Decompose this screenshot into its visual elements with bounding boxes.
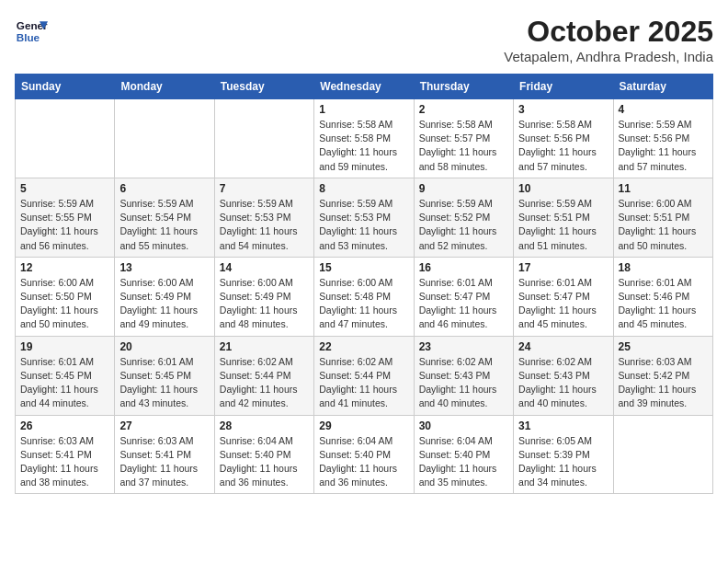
day-number: 22 xyxy=(319,340,408,353)
day-info: Sunrise: 6:01 AM Sunset: 5:46 PM Dayligh… xyxy=(619,276,708,332)
day-number: 21 xyxy=(220,340,309,353)
day-cell: 15Sunrise: 6:00 AM Sunset: 5:48 PM Dayli… xyxy=(314,257,414,336)
day-info: Sunrise: 6:00 AM Sunset: 5:51 PM Dayligh… xyxy=(619,197,708,253)
day-info: Sunrise: 6:04 AM Sunset: 5:40 PM Dayligh… xyxy=(319,434,408,490)
day-number: 11 xyxy=(619,182,708,195)
day-number: 26 xyxy=(20,419,109,432)
day-cell: 28Sunrise: 6:04 AM Sunset: 5:40 PM Dayli… xyxy=(214,415,313,494)
day-info: Sunrise: 6:02 AM Sunset: 5:43 PM Dayligh… xyxy=(419,355,508,411)
day-cell: 11Sunrise: 6:00 AM Sunset: 5:51 PM Dayli… xyxy=(613,178,712,257)
day-cell: 27Sunrise: 6:03 AM Sunset: 5:41 PM Dayli… xyxy=(115,415,214,494)
day-info: Sunrise: 6:00 AM Sunset: 5:49 PM Dayligh… xyxy=(119,276,209,332)
day-number: 2 xyxy=(419,103,508,116)
day-info: Sunrise: 5:58 AM Sunset: 5:58 PM Dayligh… xyxy=(319,118,408,174)
day-info: Sunrise: 5:58 AM Sunset: 5:57 PM Dayligh… xyxy=(419,118,508,174)
day-info: Sunrise: 6:03 AM Sunset: 5:41 PM Dayligh… xyxy=(20,434,109,490)
weekday-header-friday: Friday xyxy=(514,75,613,99)
day-cell: 5Sunrise: 5:59 AM Sunset: 5:55 PM Daylig… xyxy=(16,178,115,257)
day-cell: 25Sunrise: 6:03 AM Sunset: 5:42 PM Dayli… xyxy=(613,336,712,415)
day-info: Sunrise: 5:59 AM Sunset: 5:53 PM Dayligh… xyxy=(319,197,408,253)
day-info: Sunrise: 5:59 AM Sunset: 5:53 PM Dayligh… xyxy=(220,197,309,253)
day-number: 1 xyxy=(319,103,408,116)
day-info: Sunrise: 6:01 AM Sunset: 5:47 PM Dayligh… xyxy=(419,276,508,332)
day-number: 17 xyxy=(518,261,608,274)
day-cell: 21Sunrise: 6:02 AM Sunset: 5:44 PM Dayli… xyxy=(214,336,313,415)
day-number: 25 xyxy=(619,340,708,353)
day-number: 10 xyxy=(518,182,608,195)
day-info: Sunrise: 5:59 AM Sunset: 5:55 PM Dayligh… xyxy=(20,197,109,253)
day-cell: 16Sunrise: 6:01 AM Sunset: 5:47 PM Dayli… xyxy=(414,257,513,336)
day-number: 20 xyxy=(119,340,209,353)
day-number: 16 xyxy=(419,261,508,274)
day-cell: 6Sunrise: 5:59 AM Sunset: 5:54 PM Daylig… xyxy=(115,178,214,257)
day-number: 29 xyxy=(319,419,408,432)
day-cell: 31Sunrise: 6:05 AM Sunset: 5:39 PM Dayli… xyxy=(514,415,613,494)
weekday-header-row: SundayMondayTuesdayWednesdayThursdayFrid… xyxy=(16,75,713,99)
day-number: 4 xyxy=(619,103,708,116)
day-cell: 3Sunrise: 5:58 AM Sunset: 5:56 PM Daylig… xyxy=(514,99,613,178)
day-cell: 1Sunrise: 5:58 AM Sunset: 5:58 PM Daylig… xyxy=(314,99,414,178)
weekday-header-sunday: Sunday xyxy=(16,75,115,99)
day-info: Sunrise: 6:00 AM Sunset: 5:48 PM Dayligh… xyxy=(319,276,408,332)
day-info: Sunrise: 5:59 AM Sunset: 5:56 PM Dayligh… xyxy=(619,118,708,174)
day-cell: 26Sunrise: 6:03 AM Sunset: 5:41 PM Dayli… xyxy=(16,415,115,494)
day-cell: 18Sunrise: 6:01 AM Sunset: 5:46 PM Dayli… xyxy=(613,257,712,336)
week-row-1: 1Sunrise: 5:58 AM Sunset: 5:58 PM Daylig… xyxy=(16,99,713,178)
day-cell: 14Sunrise: 6:00 AM Sunset: 5:49 PM Dayli… xyxy=(214,257,313,336)
day-cell: 7Sunrise: 5:59 AM Sunset: 5:53 PM Daylig… xyxy=(214,178,313,257)
day-number: 5 xyxy=(20,182,109,195)
day-info: Sunrise: 6:01 AM Sunset: 5:45 PM Dayligh… xyxy=(20,355,109,411)
day-cell xyxy=(16,99,115,178)
day-info: Sunrise: 5:59 AM Sunset: 5:52 PM Dayligh… xyxy=(419,197,508,253)
week-row-3: 12Sunrise: 6:00 AM Sunset: 5:50 PM Dayli… xyxy=(16,257,713,336)
day-number: 15 xyxy=(319,261,408,274)
title-section: October 2025 Vetapalem, Andhra Pradesh, … xyxy=(504,15,713,64)
day-info: Sunrise: 6:03 AM Sunset: 5:42 PM Dayligh… xyxy=(619,355,708,411)
weekday-header-saturday: Saturday xyxy=(613,75,712,99)
day-info: Sunrise: 6:00 AM Sunset: 5:49 PM Dayligh… xyxy=(220,276,309,332)
day-cell: 23Sunrise: 6:02 AM Sunset: 5:43 PM Dayli… xyxy=(414,336,513,415)
day-cell: 10Sunrise: 5:59 AM Sunset: 5:51 PM Dayli… xyxy=(514,178,613,257)
day-info: Sunrise: 6:02 AM Sunset: 5:43 PM Dayligh… xyxy=(518,355,608,411)
page-header: General Blue October 2025 Vetapalem, And… xyxy=(15,15,713,64)
day-number: 19 xyxy=(20,340,109,353)
day-info: Sunrise: 5:58 AM Sunset: 5:56 PM Dayligh… xyxy=(518,118,608,174)
day-cell xyxy=(214,99,313,178)
day-number: 24 xyxy=(518,340,608,353)
day-cell: 13Sunrise: 6:00 AM Sunset: 5:49 PM Dayli… xyxy=(115,257,214,336)
week-row-5: 26Sunrise: 6:03 AM Sunset: 5:41 PM Dayli… xyxy=(16,415,713,494)
day-cell: 4Sunrise: 5:59 AM Sunset: 5:56 PM Daylig… xyxy=(613,99,712,178)
day-number: 27 xyxy=(119,419,209,432)
day-info: Sunrise: 5:59 AM Sunset: 5:54 PM Dayligh… xyxy=(119,197,209,253)
day-cell: 8Sunrise: 5:59 AM Sunset: 5:53 PM Daylig… xyxy=(314,178,414,257)
day-info: Sunrise: 6:05 AM Sunset: 5:39 PM Dayligh… xyxy=(518,434,608,490)
logo-icon: General Blue xyxy=(15,15,48,48)
day-info: Sunrise: 6:02 AM Sunset: 5:44 PM Dayligh… xyxy=(220,355,309,411)
day-cell: 30Sunrise: 6:04 AM Sunset: 5:40 PM Dayli… xyxy=(414,415,513,494)
day-cell: 2Sunrise: 5:58 AM Sunset: 5:57 PM Daylig… xyxy=(414,99,513,178)
day-number: 14 xyxy=(220,261,309,274)
day-cell xyxy=(115,99,214,178)
day-info: Sunrise: 5:59 AM Sunset: 5:51 PM Dayligh… xyxy=(518,197,608,253)
week-row-2: 5Sunrise: 5:59 AM Sunset: 5:55 PM Daylig… xyxy=(16,178,713,257)
day-info: Sunrise: 6:01 AM Sunset: 5:47 PM Dayligh… xyxy=(518,276,608,332)
day-cell: 12Sunrise: 6:00 AM Sunset: 5:50 PM Dayli… xyxy=(16,257,115,336)
day-number: 23 xyxy=(419,340,508,353)
day-number: 6 xyxy=(119,182,209,195)
day-cell: 17Sunrise: 6:01 AM Sunset: 5:47 PM Dayli… xyxy=(514,257,613,336)
day-info: Sunrise: 6:01 AM Sunset: 5:45 PM Dayligh… xyxy=(119,355,209,411)
day-cell: 22Sunrise: 6:02 AM Sunset: 5:44 PM Dayli… xyxy=(314,336,414,415)
weekday-header-thursday: Thursday xyxy=(414,75,513,99)
day-info: Sunrise: 6:02 AM Sunset: 5:44 PM Dayligh… xyxy=(319,355,408,411)
day-info: Sunrise: 6:00 AM Sunset: 5:50 PM Dayligh… xyxy=(20,276,109,332)
day-number: 31 xyxy=(518,419,608,432)
day-info: Sunrise: 6:04 AM Sunset: 5:40 PM Dayligh… xyxy=(419,434,508,490)
logo: General Blue xyxy=(15,15,48,48)
day-cell xyxy=(613,415,712,494)
day-cell: 24Sunrise: 6:02 AM Sunset: 5:43 PM Dayli… xyxy=(514,336,613,415)
location-title: Vetapalem, Andhra Pradesh, India xyxy=(504,49,713,64)
day-info: Sunrise: 6:04 AM Sunset: 5:40 PM Dayligh… xyxy=(220,434,309,490)
weekday-header-wednesday: Wednesday xyxy=(314,75,414,99)
day-cell: 19Sunrise: 6:01 AM Sunset: 5:45 PM Dayli… xyxy=(16,336,115,415)
day-number: 9 xyxy=(419,182,508,195)
